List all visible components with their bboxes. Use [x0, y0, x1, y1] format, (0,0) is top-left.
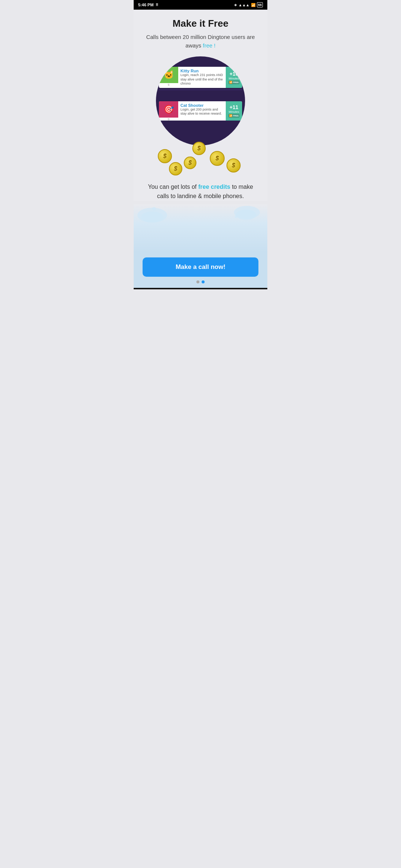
- offer-icon-kitty: 🐱 S: [159, 67, 178, 86]
- dot-1: [196, 280, 199, 283]
- kitty-reward: +10 Minutes 📶FREE: [226, 67, 242, 88]
- cat-free-badge: 📶FREE: [228, 114, 239, 118]
- status-bar: 5:46 PM ⠿ ∗ ▲▲▲ 📶 66: [134, 0, 267, 10]
- battery-indicator: 66: [257, 2, 263, 7]
- bottom-area: Make a call now!: [134, 252, 267, 288]
- cat-reward-label: Minutes: [229, 110, 239, 114]
- cloud-dot-2: [235, 215, 238, 218]
- page-title: Make it Free: [173, 18, 228, 29]
- free-label: free !: [203, 42, 215, 49]
- dark-circle: 🐱 S Kitty Run Login, reach 231 points AN…: [156, 56, 245, 145]
- kitty-offer-info: Kitty Run Login, reach 231 points AND st…: [178, 67, 226, 88]
- status-right: ∗ ▲▲▲ 📶 66: [234, 2, 263, 7]
- bluetooth-icon: ∗: [234, 3, 237, 7]
- coin-2: [192, 142, 206, 155]
- status-left: 5:46 PM ⠿: [138, 3, 158, 7]
- cat-reward-value: +11: [229, 104, 238, 110]
- coin-3: [184, 157, 196, 169]
- credits-highlight: free credits: [198, 184, 230, 190]
- coin-6: [226, 158, 241, 172]
- kitty-reward-label: Minutes: [229, 77, 239, 80]
- offer-icon-cat: 🎯 S: [159, 101, 178, 121]
- signal-icon: ▲▲▲: [238, 3, 250, 7]
- kitty-free-badge: 📶FREE: [228, 80, 239, 84]
- wifi-icon: 📶: [251, 3, 255, 7]
- subtitle: Calls between 20 million Dingtone users …: [144, 33, 257, 50]
- cloud-dot-1: [152, 207, 156, 211]
- circle-illustration: 🐱 S Kitty Run Login, reach 231 points AN…: [156, 56, 245, 145]
- cat-title: Cat Shooter: [180, 103, 224, 108]
- cat-reward: +11 Minutes 📶FREE: [226, 101, 242, 121]
- kitty-reward-value: +10: [229, 71, 238, 77]
- coin-5: [169, 162, 182, 175]
- cat-desc: Login, get 200 points and stay alive to …: [180, 108, 224, 116]
- time-display: 5:46 PM: [138, 3, 154, 7]
- offer-card-cat[interactable]: 🎯 S Cat Shooter Login, get 200 points an…: [159, 101, 242, 121]
- cat-offer-info: Cat Shooter Login, get 200 points and st…: [178, 101, 226, 121]
- coin-1: [158, 149, 172, 163]
- credits-text-part1: You can get lots of: [148, 184, 198, 190]
- dot-2: [202, 280, 205, 283]
- main-content: Make it Free Calls between 20 million Di…: [134, 10, 267, 201]
- page-dots: [196, 280, 205, 283]
- kitty-title: Kitty Run: [180, 69, 224, 73]
- coin-4: [210, 151, 225, 166]
- credits-text: You can get lots of free credits to make…: [144, 183, 257, 201]
- grid-icon: ⠿: [156, 3, 158, 7]
- card-divider: [159, 89, 242, 90]
- offer-card-kitty[interactable]: 🐱 S Kitty Run Login, reach 231 points AN…: [159, 67, 242, 88]
- cta-button[interactable]: Make a call now!: [143, 257, 258, 277]
- kitty-desc: Login, reach 231 points AND stay alive u…: [180, 73, 224, 86]
- subtitle-text-1: Calls between 20 million Dingtone users …: [146, 34, 255, 49]
- cloud-4: [234, 206, 260, 219]
- coins-area: [149, 138, 252, 183]
- nav-bar: [134, 288, 267, 289]
- cloud-area: [134, 204, 267, 252]
